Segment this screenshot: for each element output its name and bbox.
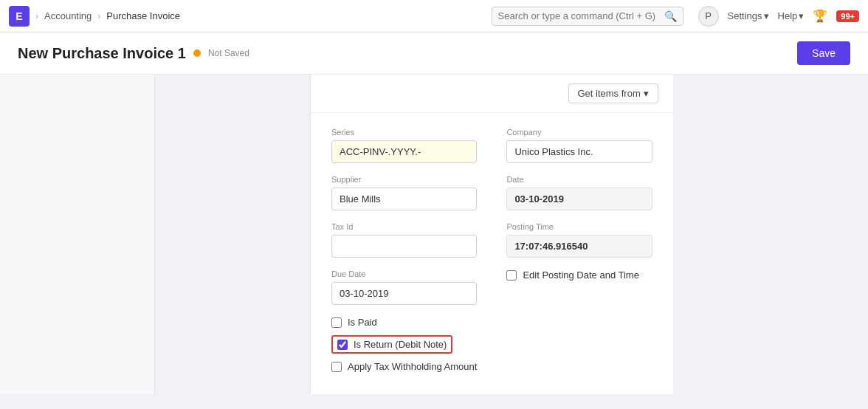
- series-input[interactable]: [331, 140, 477, 163]
- apply-tax-row: Apply Tax Withholding Amount: [331, 361, 477, 372]
- sidebar: [0, 75, 155, 394]
- page-title: New Purchase Invoice 1: [18, 45, 186, 62]
- is-paid-checkbox[interactable]: [331, 317, 342, 328]
- tax-id-input[interactable]: [331, 235, 477, 258]
- supplier-input[interactable]: [331, 188, 477, 210]
- series-label: Series: [331, 128, 477, 137]
- date-group: Date: [506, 175, 652, 210]
- search-bar[interactable]: 🔍: [492, 7, 683, 26]
- help-button[interactable]: Help ▾: [778, 10, 805, 21]
- posting-time-input[interactable]: [506, 235, 652, 258]
- apply-tax-label: Apply Tax Withholding Amount: [348, 361, 477, 372]
- edit-posting-row: Edit Posting Date and Time: [506, 269, 652, 281]
- trophy-icon: 🏆: [813, 9, 827, 23]
- is-return-checkbox[interactable]: [337, 340, 348, 350]
- page-header: New Purchase Invoice 1 Not Saved Save: [0, 32, 868, 75]
- settings-button[interactable]: Settings ▾: [728, 10, 769, 21]
- is-return-label: Is Return (Debit Note): [354, 339, 447, 350]
- supplier-group: Supplier: [331, 175, 477, 210]
- posting-time-group: Posting Time: [506, 222, 652, 258]
- posting-time-label: Posting Time: [506, 222, 652, 231]
- settings-chevron-icon: ▾: [764, 10, 769, 21]
- breadcrumb-accounting[interactable]: Accounting: [44, 10, 92, 21]
- save-button[interactable]: Save: [797, 41, 850, 65]
- help-chevron-icon: ▾: [799, 10, 804, 21]
- page-title-area: New Purchase Invoice 1 Not Saved: [18, 45, 249, 62]
- topnav: E › Accounting › Purchase Invoice 🔍 P Se…: [0, 0, 868, 32]
- search-input[interactable]: [498, 10, 664, 21]
- tax-id-group: Tax Id: [331, 222, 477, 258]
- get-items-label: Get items from: [578, 88, 641, 99]
- is-paid-row: Is Paid: [331, 317, 477, 328]
- date-input[interactable]: [506, 188, 652, 210]
- is-return-wrapper: Is Return (Debit Note): [331, 335, 452, 354]
- nav-right: P Settings ▾ Help ▾ 🏆 99+: [698, 6, 859, 27]
- edit-posting-checkbox[interactable]: [506, 270, 517, 281]
- app-icon[interactable]: E: [9, 6, 30, 27]
- company-group: Company: [506, 128, 652, 163]
- series-group: Series: [331, 128, 477, 163]
- breadcrumb-sep-1: ›: [35, 11, 38, 21]
- get-items-chevron-icon: ▾: [644, 88, 649, 99]
- get-items-bar: Get items from ▾: [311, 75, 673, 113]
- due-date-label: Due Date: [331, 269, 477, 278]
- date-label: Date: [506, 175, 652, 184]
- not-saved-text: Not Saved: [208, 48, 249, 58]
- main-layout: Get items from ▾ Series Supplier Tax Id: [0, 75, 868, 394]
- breadcrumb-sep-2: ›: [97, 11, 100, 21]
- form-grid: Series Supplier Tax Id Due Date: [311, 113, 673, 394]
- breadcrumb-purchase-invoice: Purchase Invoice: [106, 10, 180, 21]
- company-input[interactable]: [506, 140, 652, 163]
- is-paid-label: Is Paid: [348, 317, 377, 328]
- avatar[interactable]: P: [698, 6, 719, 27]
- notifications-badge[interactable]: 99+: [836, 10, 859, 22]
- not-saved-dot: [193, 49, 201, 57]
- supplier-label: Supplier: [331, 175, 477, 184]
- form-panel: Get items from ▾ Series Supplier Tax Id: [310, 75, 673, 394]
- due-date-input[interactable]: [331, 282, 477, 305]
- search-icon: 🔍: [664, 10, 677, 22]
- due-date-group: Due Date: [331, 269, 477, 305]
- apply-tax-checkbox[interactable]: [331, 362, 342, 372]
- company-label: Company: [506, 128, 652, 137]
- get-items-button[interactable]: Get items from ▾: [568, 83, 658, 103]
- edit-posting-label: Edit Posting Date and Time: [523, 269, 639, 281]
- tax-id-label: Tax Id: [331, 222, 477, 231]
